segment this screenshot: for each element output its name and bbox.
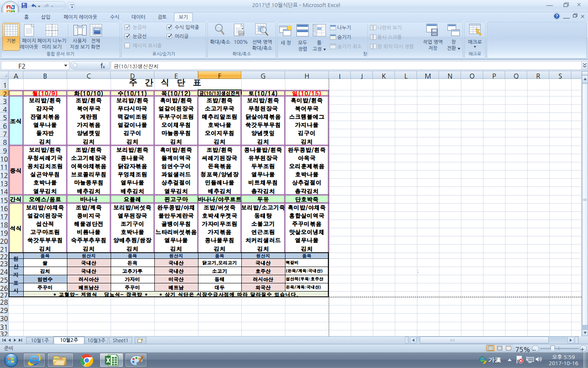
svg-text:100: 100 — [239, 32, 244, 35]
svg-text:?: ? — [555, 14, 558, 18]
